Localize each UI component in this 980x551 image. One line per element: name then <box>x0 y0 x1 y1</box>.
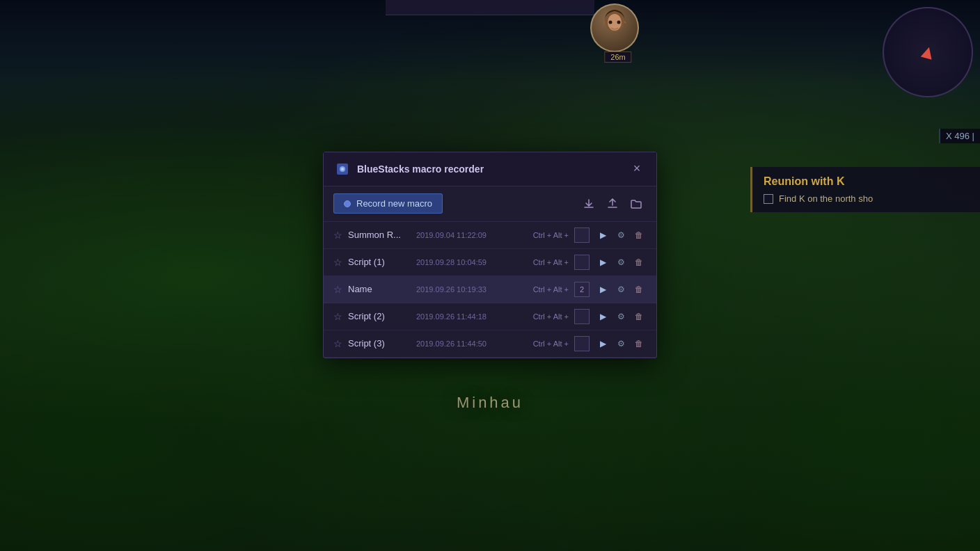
delete-button-5[interactable]: 🗑 <box>631 336 647 351</box>
star-icon-1[interactable]: ☆ <box>333 230 342 241</box>
macro-key-box-3[interactable]: 2 <box>574 282 590 297</box>
import-button[interactable] <box>578 193 599 214</box>
settings-button-5[interactable]: ⚙ <box>613 336 629 351</box>
macro-shortcut-5: Ctrl + Alt + <box>533 340 569 348</box>
delete-button-1[interactable]: 🗑 <box>631 227 647 243</box>
svg-point-6 <box>341 168 344 170</box>
delete-button-4[interactable]: 🗑 <box>631 309 647 324</box>
settings-button-1[interactable]: ⚙ <box>613 227 629 243</box>
star-icon-2[interactable]: ☆ <box>333 257 342 268</box>
macro-name-3: Name <box>348 284 411 294</box>
macro-name-4: Script (2) <box>348 311 411 321</box>
record-indicator <box>344 200 351 207</box>
settings-button-4[interactable]: ⚙ <box>613 309 629 324</box>
folder-button[interactable] <box>626 193 647 214</box>
bluestacks-icon <box>335 161 350 177</box>
macro-row-active: ☆ Name 2019.09.26 10:19:33 Ctrl + Alt + … <box>324 276 656 303</box>
macro-name-2: Script (1) <box>348 257 411 267</box>
record-new-macro-button[interactable]: Record new macro <box>333 193 443 214</box>
macro-name-5: Script (3) <box>348 338 411 349</box>
macro-name-1: Summon R... <box>348 230 411 240</box>
settings-button-3[interactable]: ⚙ <box>613 282 629 297</box>
macro-date-2: 2019.09.28 10:04:59 <box>416 258 528 266</box>
macro-shortcut-1: Ctrl + Alt + <box>533 231 569 239</box>
macro-date-4: 2019.09.26 11:44:18 <box>416 312 528 321</box>
macro-date-3: 2019.09.26 10:19:33 <box>416 285 528 294</box>
play-button-2[interactable]: ▶ <box>595 255 610 270</box>
modal-overlay: BlueStacks macro recorder × Record new m… <box>0 0 980 551</box>
toolbar-icons <box>578 193 647 214</box>
macro-date-5: 2019.09.26 11:44:50 <box>416 340 528 348</box>
play-button-3[interactable]: ▶ <box>595 282 610 297</box>
export-button[interactable] <box>602 193 623 214</box>
modal-toolbar: Record new macro <box>324 186 656 222</box>
macro-shortcut-4: Ctrl + Alt + <box>533 312 569 321</box>
play-button-4[interactable]: ▶ <box>595 309 610 324</box>
macro-row: ☆ Script (1) 2019.09.28 10:04:59 Ctrl + … <box>324 249 656 276</box>
modal-title-area: BlueStacks macro recorder <box>335 161 484 177</box>
macro-actions-1: ▶ ⚙ 🗑 <box>595 227 647 243</box>
macro-row: ☆ Script (3) 2019.09.26 11:44:50 Ctrl + … <box>324 330 656 358</box>
play-button-1[interactable]: ▶ <box>595 227 610 243</box>
settings-button-2[interactable]: ⚙ <box>613 255 629 270</box>
star-icon-5[interactable]: ☆ <box>333 338 342 349</box>
macro-key-box-5[interactable] <box>574 336 590 351</box>
macro-date-1: 2019.09.04 11:22:09 <box>416 231 528 239</box>
star-icon-4[interactable]: ☆ <box>333 311 342 322</box>
delete-button-2[interactable]: 🗑 <box>631 255 647 270</box>
modal-header: BlueStacks macro recorder × <box>324 152 656 186</box>
delete-button-3[interactable]: 🗑 <box>631 282 647 297</box>
macro-shortcut-3: Ctrl + Alt + <box>533 285 569 294</box>
macro-row: ☆ Summon R... 2019.09.04 11:22:09 Ctrl +… <box>324 222 656 249</box>
macro-key-box-1[interactable] <box>574 227 590 243</box>
close-button[interactable]: × <box>629 161 645 177</box>
macro-actions-4: ▶ ⚙ 🗑 <box>595 309 647 324</box>
star-icon-3[interactable]: ☆ <box>333 284 342 295</box>
macro-row: ☆ Script (2) 2019.09.26 11:44:18 Ctrl + … <box>324 303 656 330</box>
play-button-5[interactable]: ▶ <box>595 336 610 351</box>
record-button-label: Record new macro <box>356 198 432 209</box>
modal-title: BlueStacks macro recorder <box>357 163 484 175</box>
macro-actions-2: ▶ ⚙ 🗑 <box>595 255 647 270</box>
macro-list: ☆ Summon R... 2019.09.04 11:22:09 Ctrl +… <box>324 222 656 358</box>
macro-shortcut-2: Ctrl + Alt + <box>533 258 569 266</box>
macro-key-box-2[interactable] <box>574 255 590 270</box>
macro-actions-3: ▶ ⚙ 🗑 <box>595 282 647 297</box>
macro-key-box-4[interactable] <box>574 309 590 324</box>
macro-recorder-modal: BlueStacks macro recorder × Record new m… <box>323 152 657 358</box>
macro-actions-5: ▶ ⚙ 🗑 <box>595 336 647 351</box>
